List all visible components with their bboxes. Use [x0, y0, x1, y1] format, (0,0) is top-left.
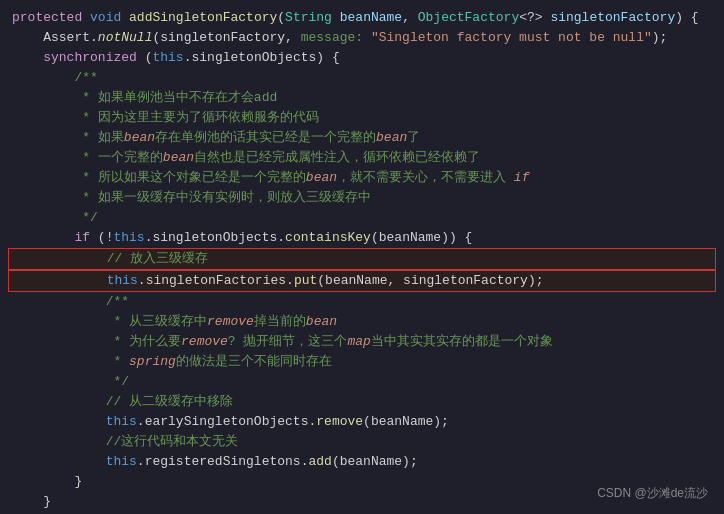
code-token: * [12, 312, 129, 332]
code-token: if [514, 168, 530, 188]
code-token: // 从二级缓存中移除 [106, 392, 233, 412]
code-token: /** [106, 292, 129, 312]
code-line: * 所以如果这个对象已经是一个完整的bean，就不需要关心，不需要进入 if [0, 168, 724, 188]
code-token: 因为这里主要为了循环依赖服务的代码 [98, 108, 319, 128]
code-token: "Singleton factory must not be null" [371, 28, 652, 48]
code-token: bean [306, 168, 337, 188]
code-token: .singletonObjects) { [184, 48, 340, 68]
code-token [12, 412, 106, 432]
code-token [543, 8, 551, 28]
code-token: void [90, 8, 121, 28]
code-token: (! [90, 228, 113, 248]
code-token: /** [74, 68, 97, 88]
code-token: * [12, 188, 98, 208]
code-line: * spring的做法是三个不能同时存在 [0, 352, 724, 372]
code-token: ) { [675, 8, 698, 28]
code-line: * 为什么要remove? 抛开细节，这三个map当中其实其实存的都是一个对象 [0, 332, 724, 352]
code-line: * 一个完整的bean自然也是已经完成属性注入，循环依赖已经依赖了 [0, 148, 724, 168]
code-token: String [285, 8, 332, 28]
code-token: //这行代码和本文无关 [106, 432, 239, 452]
code-token: * [12, 88, 98, 108]
code-token: 存在单例池的话其实已经是一个完整的 [155, 128, 376, 148]
code-token: add [308, 452, 331, 472]
code-token [13, 249, 107, 269]
code-token: (beanName); [332, 452, 418, 472]
code-token: * [12, 332, 129, 352]
code-token: this [106, 412, 137, 432]
code-token: (beanName)) { [371, 228, 472, 248]
code-token: bean [163, 148, 194, 168]
code-token [12, 452, 106, 472]
code-token: ，就不需要关心，不需要进入 [337, 168, 514, 188]
code-token: if [74, 228, 90, 248]
code-line: //这行代码和本文无关 [0, 432, 724, 452]
code-token: this [152, 48, 183, 68]
code-token [12, 392, 106, 412]
code-token: * [12, 128, 98, 148]
code-line: * 如果单例池当中不存在才会add [0, 88, 724, 108]
code-token: map [347, 332, 370, 352]
code-token: 为什么要 [129, 332, 181, 352]
code-token: bean [306, 312, 337, 332]
code-token: * [12, 352, 129, 372]
code-token: bean [124, 128, 155, 148]
code-token: (beanName, singletonFactory); [317, 271, 543, 291]
code-token: .singletonObjects. [145, 228, 285, 248]
code-token: 了 [407, 128, 420, 148]
code-line: this.registeredSingletons.add(beanName); [0, 452, 724, 472]
code-token: .registeredSingletons. [137, 452, 309, 472]
code-token [12, 48, 43, 68]
code-token: protected [12, 8, 82, 28]
code-token: put [294, 271, 317, 291]
code-token [332, 8, 340, 28]
code-token: 如果 [98, 128, 124, 148]
code-token: message: [301, 28, 371, 48]
code-token: .singletonFactories. [138, 271, 294, 291]
code-token: remove [316, 412, 363, 432]
code-token: ( [277, 8, 285, 28]
code-token: 如果单例池当中不存在才会add [98, 88, 277, 108]
code-token: Assert. [12, 28, 98, 48]
code-token: 所以如果这个对象已经是一个完整的 [98, 168, 306, 188]
code-token: 一个完整的 [98, 148, 163, 168]
code-token: } [12, 472, 82, 492]
watermark: CSDN @沙滩de流沙 [597, 485, 708, 502]
code-token: singletonFactory [550, 8, 675, 28]
code-token: 掉当前的 [254, 312, 306, 332]
code-token: addSingletonFactory [129, 8, 277, 28]
code-line: /** [0, 292, 724, 312]
code-line: this.earlySingletonObjects.remove(beanNa… [0, 412, 724, 432]
code-token: */ [12, 208, 98, 228]
code-container: protected void addSingletonFactory(Strin… [0, 0, 724, 514]
code-token: ? 抛开细节，这三个 [228, 332, 348, 352]
code-token: ); [652, 28, 668, 48]
code-line: protected void addSingletonFactory(Strin… [0, 8, 724, 28]
code-token: 自然也是已经完成属性注入，循环依赖已经依赖了 [194, 148, 480, 168]
code-token: bean [376, 128, 407, 148]
code-line: */ [0, 208, 724, 228]
code-token: remove [207, 312, 254, 332]
code-token: (singletonFactory, [152, 28, 300, 48]
code-token: 如果一级缓存中没有实例时，则放入三级缓存中 [98, 188, 371, 208]
code-token [13, 271, 107, 291]
code-token: * [12, 108, 98, 128]
code-line: */ [0, 372, 724, 392]
code-token: synchronized [43, 48, 137, 68]
code-line: * 如果一级缓存中没有实例时，则放入三级缓存中 [0, 188, 724, 208]
code-token: , [402, 8, 418, 28]
code-token: ( [137, 48, 153, 68]
code-line: synchronized (this.singletonObjects) { [0, 48, 724, 68]
code-token: 从三级缓存中 [129, 312, 207, 332]
code-line: * 如果bean存在单例池的话其实已经是一个完整的bean了 [0, 128, 724, 148]
code-token: (beanName); [363, 412, 449, 432]
code-token: spring [129, 352, 176, 372]
code-line: * 因为这里主要为了循环依赖服务的代码 [0, 108, 724, 128]
code-token: this [107, 271, 138, 291]
code-line: // 从二级缓存中移除 [0, 392, 724, 412]
code-line: if (!this.singletonObjects.containsKey(b… [0, 228, 724, 248]
code-token [12, 432, 106, 452]
code-token: remove [181, 332, 228, 352]
code-token: .earlySingletonObjects. [137, 412, 316, 432]
code-token: <?> [519, 8, 542, 28]
code-line: /** [0, 68, 724, 88]
